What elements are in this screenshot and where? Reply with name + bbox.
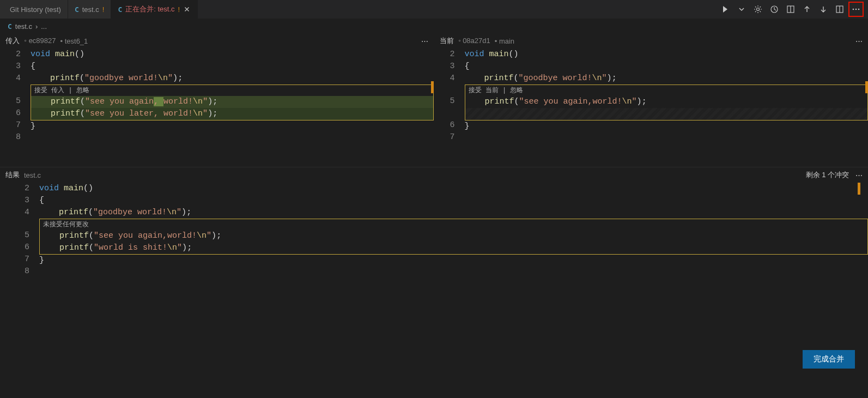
complete-merge-button[interactable]: 完成合并: [803, 350, 855, 369]
c-icon: C: [8, 22, 12, 31]
split-icon[interactable]: [832, 2, 847, 17]
more-icon[interactable]: ⋯: [855, 171, 863, 179]
tab-git-history[interactable]: Git History (test): [0, 0, 68, 19]
breadcrumb-sep: ›: [35, 22, 38, 31]
modified-indicator: !: [178, 5, 180, 14]
chevron-down-icon[interactable]: [734, 2, 749, 17]
tabs-bar: Git History (test) C test.c ! C 正在合并: te…: [0, 0, 868, 19]
conflict-actions[interactable]: 接受 传入 | 忽略: [31, 85, 433, 96]
close-icon[interactable]: [183, 5, 191, 13]
tab-title: test.c: [82, 5, 99, 14]
conflict-actions[interactable]: 未接受任何更改: [40, 219, 867, 230]
current-pane: 当前 ⸰ 08a27d1 • main ⋯ 234 5 67 void main…: [434, 33, 869, 167]
current-branch: • main: [495, 37, 514, 45]
result-label: 结果: [5, 170, 20, 180]
arrow-up-icon[interactable]: [799, 2, 815, 17]
gear-icon[interactable]: [750, 2, 766, 17]
svg-point-5: [853, 9, 854, 10]
history-icon[interactable]: [767, 2, 782, 17]
c-icon: C: [75, 5, 79, 14]
horizontal-scrollbar[interactable]: [0, 390, 868, 396]
incoming-branch: • test6_1: [60, 37, 88, 45]
tab-merging-test-c[interactable]: C 正在合并: test.c !: [111, 0, 198, 19]
c-icon: C: [118, 5, 122, 14]
result-code[interactable]: 234 5678 void main(){ printf("goodbye wo…: [0, 183, 868, 278]
svg-point-7: [858, 9, 860, 10]
more-icon[interactable]: ⋯: [855, 37, 863, 45]
modified-indicator: !: [102, 5, 105, 14]
svg-point-1: [757, 8, 760, 11]
editor-toolbar: [718, 0, 868, 19]
result-pane: 结果 test.c 剩余 1 个冲突 ⋯ 234 5678 void main(…: [0, 167, 868, 396]
tab-title: 正在合并: test.c: [125, 4, 174, 14]
svg-point-6: [855, 9, 857, 10]
conflict-actions[interactable]: 接受 当前 | 忽略: [465, 85, 868, 96]
current-label: 当前: [440, 36, 454, 46]
breadcrumb[interactable]: C test.c › ...: [0, 19, 868, 33]
incoming-code[interactable]: 234 5678 void main(){ printf("goodbye wo…: [0, 49, 434, 143]
result-header: 结果 test.c 剩余 1 个冲突 ⋯: [0, 167, 868, 183]
incoming-commit: ⸰ ec89827: [24, 37, 56, 45]
incoming-pane: 传入 ⸰ ec89827 • test6_1 ⋯ 234 5678 void m…: [0, 33, 434, 167]
tab-title: Git History (test): [10, 5, 61, 14]
more-icon[interactable]: [848, 2, 864, 17]
breadcrumb-file: test.c: [15, 22, 32, 31]
remaining-conflicts: 剩余 1 个冲突: [806, 170, 849, 180]
incoming-label: 传入: [5, 36, 20, 46]
breadcrumb-dots: ...: [41, 22, 47, 31]
more-icon[interactable]: ⋯: [421, 37, 428, 45]
tab-test-c[interactable]: C test.c !: [68, 0, 112, 19]
current-commit: ⸰ 08a27d1: [458, 37, 490, 45]
diff-icon[interactable]: [783, 2, 798, 17]
result-file: test.c: [24, 171, 41, 179]
current-code[interactable]: 234 5 67 void main(){ printf("goodbye wo…: [434, 49, 869, 143]
incoming-header: 传入 ⸰ ec89827 • test6_1 ⋯: [0, 33, 434, 49]
current-header: 当前 ⸰ 08a27d1 • main ⋯: [434, 33, 869, 49]
arrow-down-icon[interactable]: [816, 2, 831, 17]
run-icon[interactable]: [718, 2, 733, 17]
